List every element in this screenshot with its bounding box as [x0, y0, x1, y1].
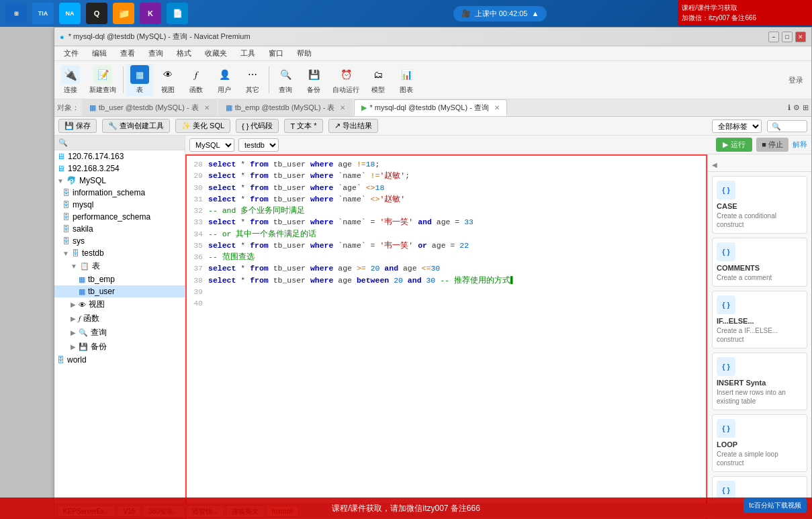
menu-query[interactable]: 查询	[143, 47, 169, 60]
menu-favorites[interactable]: 收藏夹	[199, 47, 232, 60]
snippet-comments[interactable]: { } COMMENTS Create a comment	[712, 238, 807, 287]
toolbar-query[interactable]: 🔍 查询	[272, 64, 299, 96]
taskbar-icon-navicat[interactable]: NA	[59, 3, 81, 24]
toolbar-new-query[interactable]: 📝 新建查询	[85, 64, 120, 96]
taskbar-icon-k[interactable]: K	[140, 3, 161, 24]
backup-label: 备份	[91, 341, 107, 352]
toolbar-connect[interactable]: 🔌 连接	[57, 64, 84, 96]
comments-title: COMMENTS	[717, 264, 803, 272]
collapse-icon[interactable]: ◀	[712, 161, 717, 169]
db-select-2[interactable]: testdb	[238, 138, 279, 152]
token: *	[236, 171, 250, 180]
tab-mysql-dql[interactable]: ▶ * mysql-dql @testdb (MySQL) - 查询 ✕	[354, 99, 506, 116]
toolbar-user[interactable]: 👤 用户	[211, 64, 238, 96]
menu-window[interactable]: 窗口	[263, 47, 289, 60]
editor-with-panel: 28select * from tb_user where age !=18;2…	[185, 154, 811, 519]
taskbar-icon-folder[interactable]: 📁	[113, 3, 134, 24]
sidebar-views[interactable]: ▶ 👁 视图	[54, 297, 185, 312]
search-input[interactable]	[767, 120, 807, 132]
beautify-button[interactable]: ✨ 美化 SQL	[175, 119, 230, 133]
sidebar-sys[interactable]: 🗄 sys	[54, 235, 185, 247]
snippet-case[interactable]: { } CASE Create a conditional construct	[712, 176, 807, 234]
db-select-1[interactable]: MySQL	[189, 138, 234, 152]
sidebar-world[interactable]: 🗄 world	[54, 354, 185, 366]
sidebar-info-schema[interactable]: 🗄 information_schema	[54, 187, 185, 199]
taskbar-icon-tia[interactable]: TIA	[32, 3, 54, 24]
sidebar-testdb[interactable]: ▼ 🗄 testdb	[54, 247, 185, 259]
query-builder-button[interactable]: 🔧 查询创建工具	[102, 119, 170, 133]
insert-desc: Insert new rows into an existing table	[717, 388, 803, 406]
queries-icon: 🔍	[79, 328, 88, 337]
layout-icon[interactable]: ⊞	[803, 103, 809, 112]
sidebar-mysql-db[interactable]: 🗄 mysql	[54, 199, 185, 211]
line-code: select * from tb_user where age >= 20 an…	[208, 263, 440, 274]
toolbar-backup[interactable]: 💾 备份	[300, 64, 327, 96]
snippet-insert[interactable]: { } INSERT Synta Insert new rows into an…	[712, 352, 807, 410]
maximize-button[interactable]: □	[782, 32, 793, 42]
window-controls: − □ ✕	[768, 32, 806, 42]
taskbar-icon-file[interactable]: 📄	[167, 3, 188, 24]
sidebar-perf-schema[interactable]: 🗄 performance_schema	[54, 211, 185, 223]
toolbar-chart[interactable]: 📊 图表	[393, 64, 420, 96]
toolbar-function[interactable]: 𝑓 函数	[183, 64, 210, 96]
toolbar-table[interactable]: ▦ 表	[126, 64, 153, 96]
timer-icon: 🎥	[461, 9, 471, 18]
menu-tools[interactable]: 工具	[235, 47, 261, 60]
tab-close-1[interactable]: ✕	[204, 104, 210, 111]
toolbar-function-label: 函数	[189, 85, 203, 95]
code-line: 33select * from tb_user where `name` = '…	[189, 216, 703, 228]
token: *	[236, 160, 250, 169]
sidebar-backup[interactable]: ▶ 💾 备份	[54, 340, 185, 354]
text-button[interactable]: T 文本 *	[284, 119, 322, 133]
line-number: 35	[189, 240, 208, 251]
settings-icon[interactable]: ⚙	[793, 103, 800, 112]
code-editor[interactable]: 28select * from tb_user where age !=18;2…	[185, 154, 707, 519]
menu-file[interactable]: 文件	[58, 47, 84, 60]
toolbar-auto-run[interactable]: ⏰ 自动运行	[328, 64, 363, 96]
export-button[interactable]: ↗ 导出结果	[328, 119, 378, 133]
sidebar-tb-emp[interactable]: ▦ tb_emp	[54, 273, 185, 285]
toolbar-model[interactable]: 🗂 模型	[365, 64, 392, 96]
menu-format[interactable]: 格式	[171, 47, 197, 60]
info-icon[interactable]: ℹ	[788, 103, 791, 112]
tab-close-2[interactable]: ✕	[340, 104, 345, 111]
sidebar-tb-user[interactable]: ▦ tb_user	[54, 285, 185, 297]
stop-button[interactable]: ■ 停止	[756, 138, 788, 152]
sidebar-header: 🔍	[54, 136, 185, 150]
code-snippet-button[interactable]: { } 代码段	[236, 119, 279, 133]
toolbar-other[interactable]: ⋯ 其它	[239, 64, 266, 96]
sidebar-queries[interactable]: ▶ 🔍 查询	[54, 326, 185, 340]
testdb-label: testdb	[82, 248, 104, 258]
sidebar-conn-2[interactable]: 🖥 192.168.3.254	[54, 162, 185, 175]
start-button[interactable]: ⊞	[5, 3, 27, 24]
token: tb_user	[269, 171, 310, 180]
sidebar-tables[interactable]: ▼ 📋 表	[54, 259, 185, 273]
perf-schema-icon: 🗄	[62, 213, 70, 221]
menu-help[interactable]: 帮助	[291, 47, 317, 60]
toolbar-view[interactable]: 👁 视图	[154, 64, 181, 96]
right-panel-header: ◀	[708, 158, 811, 172]
sidebar-functions[interactable]: ▶ 𝑓 函数	[54, 312, 185, 326]
taskbar-icon-q[interactable]: Q	[86, 3, 107, 24]
save-button[interactable]: 💾 保存	[58, 119, 97, 133]
run-button[interactable]: ▶ 运行	[716, 138, 752, 152]
target-label: 对象：	[57, 103, 79, 113]
token: and	[408, 276, 422, 285]
tab-tb-user[interactable]: ▦ tb_user @testdb (MySQL) - 表 ✕	[82, 99, 217, 116]
sidebar-mysql[interactable]: ▼ 🐬 MySQL	[54, 175, 185, 187]
label-dropdown[interactable]: 全部标签	[712, 120, 762, 133]
sidebar-conn-1[interactable]: 🖥 120.76.174.163	[54, 150, 185, 162]
tab-close-3[interactable]: ✕	[494, 104, 500, 111]
taskbar-app-icons: ⊞ TIA NA Q 📁 K 📄	[0, 3, 193, 24]
sidebar-sakila[interactable]: 🗄 sakila	[54, 223, 185, 235]
snippet-ifelse[interactable]: { } IF...ELSE... Create a IF...ELSE... c…	[712, 291, 807, 348]
menu-edit[interactable]: 编辑	[87, 47, 112, 60]
token: select	[208, 218, 236, 226]
tab-tb-emp[interactable]: ▦ tb_emp @testdb (MySQL) - 表 ✕	[218, 99, 353, 116]
close-button[interactable]: ✕	[795, 32, 806, 42]
menu-view[interactable]: 查看	[115, 47, 140, 60]
snippet-loop[interactable]: { } LOOP Create a simple loop construct	[712, 414, 807, 472]
explain-button[interactable]: 解释	[793, 140, 807, 150]
toolbar-other-label: 其它	[246, 85, 259, 95]
minimize-button[interactable]: −	[768, 32, 779, 42]
